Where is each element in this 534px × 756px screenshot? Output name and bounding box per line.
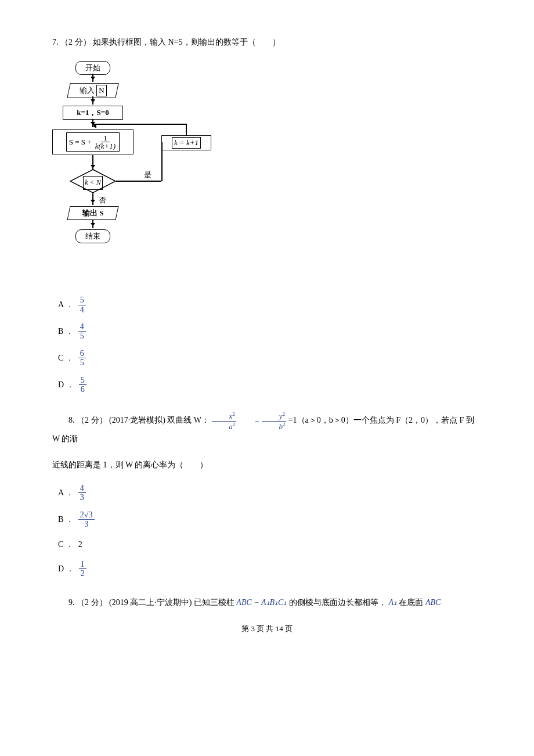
q7-number: 7. [52,38,59,46]
q7-points: （2 分） [60,38,91,46]
point-a1: A₁ [388,598,397,607]
q8-line2: 近线的距离是 1，则 W 的离心率为（ ） [52,458,482,472]
page-footer: 第 3 页 共 14 页 [52,622,482,635]
fraction-icon: 56 [79,376,86,394]
q7-text: 如果执行框图，输入 N=5，则输出的数等于（ ） [93,38,280,46]
hyperbola-expr: x2a2 − y2b2 [212,411,287,431]
base-abc: ABC [425,598,441,607]
fc-arrow-icon [92,193,93,205]
fc-init: k=1，S=0 [63,106,123,120]
fc-formula: S = S + 1 k(k+1) [52,129,134,154]
fc-arrow-icon [92,74,93,82]
fc-output: 输出 S [67,206,118,220]
fc-yes-label: 是 [144,168,151,181]
question-8: 8. （2 分） (2017·龙岩模拟) 双曲线 W： x2a2 − y2b2 … [52,411,482,445]
fc-line [161,142,163,181]
fraction-icon: 12 [79,560,86,578]
fraction-icon: 2√33 [78,510,95,529]
prism-expr: ABC − A₁B₁C₁ [236,598,287,607]
q7-choice-c: C ． 65 [58,349,482,368]
q8-choice-d: D ． 12 [58,560,482,578]
q8-choice-a: A ． 43 [58,484,482,502]
fraction-icon: 54 [78,296,86,314]
fc-line [93,124,187,125]
fraction-icon: 43 [78,484,86,502]
q8-choice-c: C ． 2 [58,537,482,552]
fraction-icon: 45 [78,322,86,341]
fc-arrow-icon [92,220,93,228]
fc-arrow-icon [92,96,93,105]
fraction-icon: 65 [78,349,86,368]
fc-line [186,124,187,135]
fc-arrowhead-icon [91,124,96,128]
fc-line [116,181,161,182]
question-7: 7. （2 分） 如果执行框图，输入 N=5，则输出的数等于（ ） [52,35,482,49]
fc-end: 结束 [75,229,110,243]
question-9: 9. （2 分） (2019 高二上·宁波期中) 已知三棱柱 ABC − A₁B… [52,595,482,610]
q7-choice-d: D ． 56 [58,376,482,394]
flowchart: 开始 输入 N k=1，S=0 S = S + 1 k(k+1) [52,61,238,270]
fc-arrow-icon [92,155,93,170]
q7-choice-a: A ． 54 [58,296,482,314]
fc-start: 开始 [75,61,110,75]
fc-increment: k = k+1 [161,135,211,150]
q7-choice-b: B ． 45 [58,322,482,341]
fc-no-label: 否 [99,193,106,207]
q8-choice-b: B ． 2√33 [58,510,482,529]
